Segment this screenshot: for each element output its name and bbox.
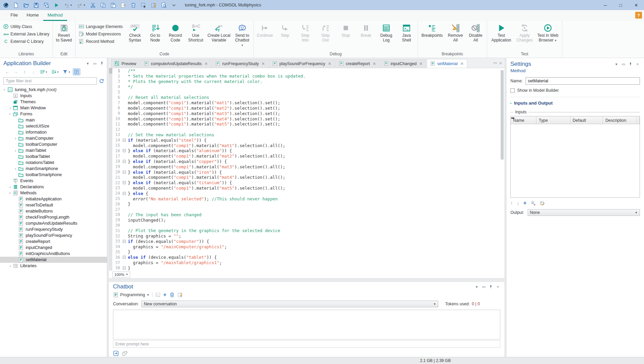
menu-tab-file[interactable]: File [6,10,22,21]
code-fold-icon[interactable]: − [123,240,126,243]
line-number[interactable]: 33 [112,239,122,244]
run-button[interactable] [53,2,60,9]
inputs-table[interactable]: ▶▶ NameTypeDefaultDescriptionUnit [510,116,640,198]
inputs-column-description[interactable]: Description [603,116,637,124]
editor-tab-Preview[interactable]: Preview [111,59,140,68]
show-grid-icon[interactable] [73,68,80,75]
line-number[interactable]: 35 [112,250,122,254]
expand-arrow-icon[interactable]: › [13,148,18,152]
clear-table-icon[interactable] [531,201,536,206]
code-fold-icon[interactable]: − [123,160,126,163]
go-back-icon[interactable]: ← [3,68,11,75]
inputs-and-output-section[interactable]: › Inputs and Output [510,101,640,106]
line-number[interactable]: 32 [112,234,122,239]
tree-item-toolbarTablet[interactable]: toolbarTablet [0,153,107,160]
utility-class-button[interactable]: Utility Class [1,23,51,30]
model-expressions-button[interactable]: a=Model Expressions [77,30,124,37]
tree-item-toolbarComputer[interactable]: toolbarComputer [0,141,107,147]
save-button[interactable] [32,2,40,9]
tree-item-mainComputer[interactable]: ›mainComputer [0,135,107,141]
paste-button[interactable] [109,2,117,9]
line-number[interactable]: 34 [112,244,122,249]
java-shell-button[interactable]: Java Shell [397,22,416,43]
tree-item-initGraphicsAndButtons[interactable]: initGraphicsAndButtons [0,251,107,257]
line-number[interactable]: 7 [112,101,122,105]
line-number[interactable]: 23 [112,186,122,190]
resize-columns-icon[interactable]: ▶▶ [511,117,514,119]
line-number[interactable]: 10 [112,116,122,121]
close-tab-icon[interactable]: ✕ [419,61,423,66]
close-tab-icon[interactable]: ✕ [373,61,376,66]
collapse-arrow-icon[interactable]: › [8,111,12,117]
language-elements-button[interactable]: ABCLanguage Elements [77,23,124,30]
line-number[interactable]: 8 [112,106,122,110]
tree-item-Themes[interactable]: Themes [0,99,107,105]
inputs-column-type[interactable]: Type [536,116,570,124]
delete-conversation-icon[interactable] [169,292,175,298]
line-number[interactable]: 3 [112,79,122,84]
line-number[interactable]: 12 [112,127,122,132]
line-number[interactable]: 26 [112,202,122,206]
tree-item-Forms[interactable]: ›Forms [0,111,107,117]
move-down-icon[interactable]: ↓ [30,68,37,75]
code-fold-icon[interactable]: − [123,256,126,259]
tree-item-tuning-fork-mph[interactable]: ›Atuning_fork.mph(root) [0,87,107,93]
tree-item-Declarations[interactable]: ›Declarations [0,184,107,190]
line-number[interactable]: 13 [112,132,122,137]
code-fold-icon[interactable]: − [123,149,126,152]
collapse-all-icon[interactable]: ▼ [50,68,60,75]
filter-icon[interactable]: ▼ [61,68,72,75]
close-tab-icon[interactable]: ✕ [460,61,464,66]
remove-all-button[interactable]: Remove All [446,22,465,43]
line-number[interactable]: 31 [112,228,122,233]
move-up-icon[interactable]: ↑ [21,68,28,75]
inputs-column-unit[interactable]: Unit [637,116,640,124]
tree-item-inputChanged[interactable]: inputChanged [0,245,107,251]
tree-item-checkFindProngLength[interactable]: checkFindProngLength [0,214,107,220]
pin-panel-icon[interactable] [100,61,104,66]
record-code-button[interactable]: Record Code [166,22,185,43]
refresh-icon[interactable] [99,78,104,84]
editor-scrollbar[interactable] [501,70,504,266]
add-input-icon[interactable]: + [523,201,527,205]
chatbot-mode-dropdown[interactable]: Programming ▼ [113,292,149,298]
inputs-column-default[interactable]: Default [570,116,603,124]
horizontal-splitter[interactable] [109,279,504,282]
editor-tab-createReport[interactable]: createReport✕ [335,59,380,68]
move-up-icon[interactable]: ↑ [510,200,513,206]
close-tab-icon[interactable]: ✕ [204,61,208,66]
tree-item-mainSmartphone[interactable]: ›mainSmartphone [0,166,107,172]
tree-item-mainTablet[interactable]: ›mainTablet [0,147,107,153]
expand-all-icon[interactable]: ▼ [38,68,49,75]
code-fold-icon[interactable]: − [123,171,126,174]
line-number[interactable]: 9 [112,111,122,116]
collapse-arrow-icon[interactable]: › [3,87,7,92]
tree-item-information[interactable]: information [0,129,107,135]
clear-conversation-icon[interactable] [177,292,183,298]
tree-item-initializeApplication[interactable]: initializeApplication [0,196,107,202]
line-number[interactable]: 29 [112,218,122,222]
tree-item-setMaterial[interactable]: setMaterial [0,257,107,263]
test-application-button[interactable]: Test Application [488,22,514,43]
line-number[interactable]: 6 [112,95,122,100]
external-java-library-button[interactable]: JavaExternal Java Library [1,30,51,37]
save-preview-button[interactable] [43,2,50,9]
move-down-icon[interactable]: ↓ [517,200,519,206]
chatbot-prompt-input[interactable] [113,340,500,348]
tree-item-computeAndUpdateResults[interactable]: computeAndUpdateResults [0,220,107,226]
new-conversation-icon[interactable]: + [163,292,167,297]
redo-button[interactable]: ▼ [76,2,87,9]
tree-item-createReport[interactable]: createReport [0,239,107,245]
close-tab-icon[interactable]: ✕ [261,61,265,66]
editor-tab-playSoundForFrequency[interactable]: playSoundForFrequency✕ [269,59,335,68]
line-number[interactable]: 1 [112,68,122,73]
code-editor[interactable]: 1/**2* Sets the material properties when… [109,68,504,271]
show-in-model-builder-checkbox[interactable] [510,88,515,93]
breakpoints-button[interactable]: Breakpoints [419,22,445,38]
method-name-input[interactable] [526,77,640,85]
copy-button[interactable] [99,2,107,9]
tree-item-Inputs[interactable]: Inputs [0,93,107,99]
expand-arrow-icon[interactable]: › [13,136,18,140]
customize-button[interactable] [170,2,178,9]
tree-item-Events[interactable]: Events [0,178,107,184]
